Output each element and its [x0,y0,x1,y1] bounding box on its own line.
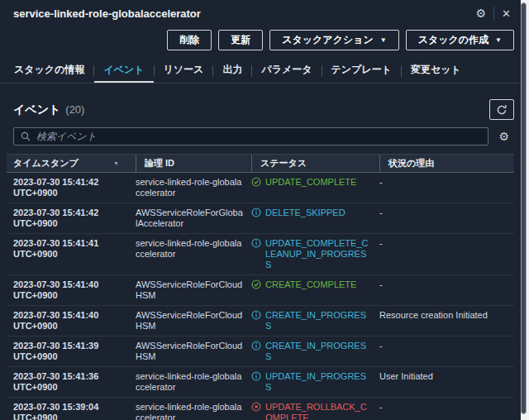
status-error-icon [251,402,261,412]
cell-timestamp: 2023-07-30 15:41:40 UTC+0900 [13,306,136,336]
table-row: 2023-07-30 15:41:42 UTC+0900AWSServiceRo… [7,203,514,234]
cell-status-reason: - [379,173,514,203]
titlebar-divider [493,7,494,20]
cell-timestamp: 2023-07-30 15:41:36 UTC+0900 [13,367,136,397]
scrollbar-thumb[interactable] [521,2,527,414]
cell-logical-id: service-linked-role-globalaccelerator [136,367,251,397]
events-table: タイムスタンプ ▼ 論理 ID ステータス 状況の理由 2023-07-30 1… [7,154,514,420]
column-header-logical-id[interactable]: 論理 ID [136,155,251,172]
table-body: 2023-07-30 15:41:42 UTC+0900service-link… [7,173,514,420]
action-button-0[interactable]: 削除 [167,30,212,50]
tab-3[interactable]: 出力 [213,59,251,83]
cell-status: CREATE_COMPLETE [251,275,379,305]
cell-status: CREATE_IN_PROGRESS [251,306,379,336]
table-settings-gear-icon[interactable]: ⚙ [498,131,509,142]
status-info-icon [251,341,261,351]
search-icon [21,131,31,141]
settings-gear-icon[interactable]: ⚙ [476,7,487,19]
cell-status: UPDATE_COMPLETE_CLEANUP_IN_PROGRESS [251,234,379,274]
tab-1[interactable]: イベント [94,59,153,83]
status-text: DELETE_SKIPPED [265,208,346,218]
action-button-label: スタックの作成 [418,33,488,47]
cell-status-reason: - [379,275,514,305]
cell-logical-id: AWSServiceRoleForCloudHSM [136,336,251,366]
cell-status: CREATE_IN_PROGRESS [251,336,379,366]
table-row: 2023-07-30 15:41:42 UTC+0900service-link… [7,173,514,203]
action-button-label: スタックアクション [282,33,374,47]
cell-timestamp: 2023-07-30 15:41:41 UTC+0900 [13,234,136,274]
cell-logical-id: service-linked-role-globalaccelerator [136,173,251,203]
status-text: UPDATE_COMPLETE_CLEANUP_IN_PROGRESS [265,238,371,270]
action-button-1[interactable]: 更新 [218,30,263,50]
search-box[interactable] [13,127,488,146]
cell-status-reason: - [379,398,514,420]
events-count: (20) [65,103,84,116]
tab-5[interactable]: テンプレート [322,59,401,83]
cell-timestamp: 2023-07-30 15:41:42 UTC+0900 [13,173,136,203]
table-row: 2023-07-30 15:41:36 UTC+0900service-link… [7,367,514,398]
cell-logical-id: service-linked-role-globalaccelerator [136,234,251,274]
cell-logical-id: AWSServiceRoleForCloudHSM [136,275,251,305]
status-info-icon [251,238,261,248]
status-text: UPDATE_IN_PROGRESS [265,371,371,393]
cell-status: UPDATE_IN_PROGRESS [251,367,379,397]
search-input[interactable] [36,131,481,142]
cell-status: UPDATE_ROLLBACK_COMPLETE [251,398,379,420]
refresh-icon [496,104,508,116]
table-row: 2023-07-30 15:41:41 UTC+0900service-link… [7,234,514,275]
stack-tabs: スタックの情報イベントリソース出力パラメータテンプレート変更セット [0,59,521,84]
cell-status-reason: User Initiated [379,367,514,397]
sort-desc-icon[interactable]: ▼ [113,160,119,166]
cell-status-reason: - [379,234,514,274]
events-title: イベント [13,103,60,117]
status-info-icon [251,310,261,320]
tab-4[interactable]: パラメータ [252,59,321,83]
status-info-icon [251,208,261,217]
stack-action-buttons: 削除更新スタックアクション▼スタックの作成▼ [0,25,521,57]
chevron-down-icon: ▼ [380,37,387,44]
page-title: service-linked-role-globalaccelerator [13,7,201,20]
cell-timestamp: 2023-07-30 15:41:40 UTC+0900 [13,275,136,305]
action-button-2[interactable]: スタックアクション▼ [269,30,398,50]
cell-status: DELETE_SKIPPED [251,203,379,233]
action-button-label: 更新 [231,33,250,47]
tab-6[interactable]: 変更セット [402,59,470,83]
table-header-row: タイムスタンプ ▼ 論理 ID ステータス 状況の理由 [7,154,514,173]
status-text: CREATE_IN_PROGRESS [265,341,371,362]
cell-status: UPDATE_COMPLETE [251,173,379,203]
events-panel: イベント (20) ⚙ タイムスタン [0,94,521,420]
close-icon[interactable]: ✕ [502,7,511,20]
table-row: 2023-07-30 15:39:04 UTC+0900service-link… [7,398,514,420]
tab-0[interactable]: スタックの情報 [5,59,93,83]
title-bar: service-linked-role-globalaccelerator ⚙ … [0,0,521,25]
status-text: UPDATE_ROLLBACK_COMPLETE [265,402,371,420]
cell-logical-id: service-linked-role-globalaccelerator [136,398,251,420]
chevron-down-icon: ▼ [495,37,502,44]
status-text: CREATE_IN_PROGRESS [265,310,371,332]
cell-status-reason: - [379,336,514,366]
vertical-scrollbar[interactable] [521,0,529,420]
table-row: 2023-07-30 15:41:40 UTC+0900AWSServiceRo… [7,306,514,336]
stack-detail-panel: service-linked-role-globalaccelerator ⚙ … [0,0,521,420]
column-header-status[interactable]: ステータス [251,155,379,172]
table-row: 2023-07-30 15:41:40 UTC+0900AWSServiceRo… [7,275,514,306]
events-search-row: ⚙ [0,123,521,146]
action-button-label: 削除 [179,33,199,47]
cell-timestamp: 2023-07-30 15:39:04 UTC+0900 [13,398,136,420]
refresh-button[interactable] [489,99,514,120]
cell-logical-id: AWSServiceRoleForCloudHSM [136,306,251,336]
column-header-status-reason[interactable]: 状況の理由 [379,155,514,172]
cell-status-reason: Resource creation Initiated [379,306,514,336]
cell-timestamp: 2023-07-30 15:41:42 UTC+0900 [13,203,136,233]
tab-2[interactable]: リソース [155,59,213,83]
status-text: CREATE_COMPLETE [265,279,356,290]
events-panel-header: イベント (20) [0,94,521,123]
cell-timestamp: 2023-07-30 15:41:39 UTC+0900 [13,336,136,366]
column-header-timestamp[interactable]: タイムスタンプ ▼ [13,155,136,172]
status-success-icon [251,177,261,187]
action-button-3[interactable]: スタックの作成▼ [406,30,514,50]
cell-status-reason: - [379,203,514,233]
status-info-icon [251,371,261,381]
status-text: UPDATE_COMPLETE [265,177,356,188]
cell-logical-id: AWSServiceRoleForGlobalAccelerator [136,203,251,233]
